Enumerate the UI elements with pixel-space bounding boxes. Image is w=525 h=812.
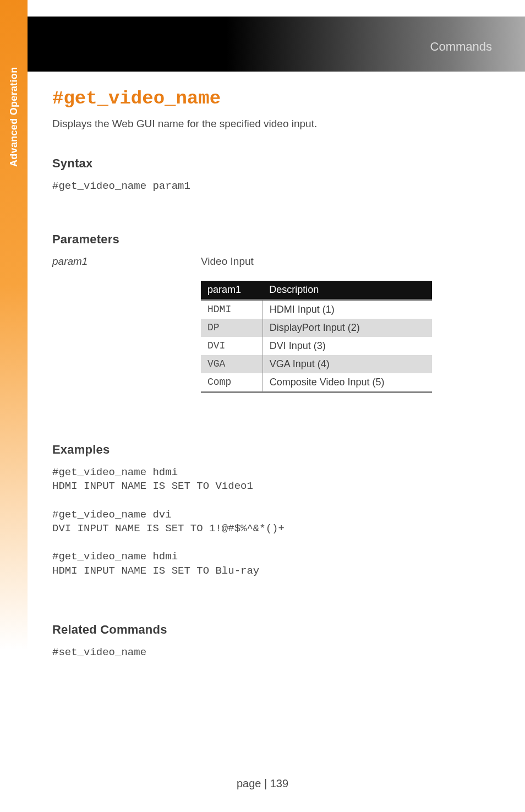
param-code: VGA bbox=[201, 355, 262, 373]
parameters-heading: Parameters bbox=[52, 232, 492, 247]
syntax-code: #get_video_name param1 bbox=[52, 179, 492, 194]
command-title: #get_video_name bbox=[52, 88, 492, 109]
related-heading: Related Commands bbox=[52, 623, 492, 637]
table-row: HDMI HDMI Input (1) bbox=[201, 299, 432, 319]
examples-code: #get_video_name hdmi HDMI INPUT NAME IS … bbox=[52, 466, 492, 579]
param-code: HDMI bbox=[201, 299, 262, 319]
param-row-desc: VGA Input (4) bbox=[262, 355, 432, 373]
related-code: #set_video_name bbox=[52, 646, 492, 660]
table-row: DP DisplayPort Input (2) bbox=[201, 319, 432, 337]
param-row-desc: Composite Video Input (5) bbox=[262, 373, 432, 393]
param-row-desc: DisplayPort Input (2) bbox=[262, 319, 432, 337]
table-row: DVI DVI Input (3) bbox=[201, 337, 432, 355]
param-table-header-col1: param1 bbox=[201, 281, 262, 300]
sidebar-section-label: Advanced Operation bbox=[8, 139, 20, 167]
examples-section: Examples #get_video_name hdmi HDMI INPUT… bbox=[52, 443, 492, 579]
table-row: Comp Composite Video Input (5) bbox=[201, 373, 432, 393]
parameters-table: param1 Description HDMI HDMI Input (1) D… bbox=[201, 281, 432, 393]
param-name: param1 bbox=[52, 255, 201, 393]
param-row-desc: DVI Input (3) bbox=[262, 337, 432, 355]
syntax-heading: Syntax bbox=[52, 156, 492, 171]
related-commands-section: Related Commands #set_video_name bbox=[52, 623, 492, 660]
param-description: Video Input bbox=[201, 255, 492, 268]
page-header: Commands bbox=[28, 17, 525, 72]
table-row: VGA VGA Input (4) bbox=[201, 355, 432, 373]
param-row-desc: HDMI Input (1) bbox=[262, 299, 432, 319]
syntax-section: Syntax #get_video_name param1 bbox=[52, 156, 492, 194]
param-table-header-col2: Description bbox=[262, 281, 432, 300]
param-code: DP bbox=[201, 319, 262, 337]
parameters-section: Parameters param1 Video Input param1 Des… bbox=[52, 232, 492, 393]
command-description: Displays the Web GUI name for the specif… bbox=[52, 118, 492, 130]
param-code: Comp bbox=[201, 373, 262, 393]
param-code: DVI bbox=[201, 337, 262, 355]
page-footer: page | 139 bbox=[0, 777, 525, 790]
main-content: #get_video_name Displays the Web GUI nam… bbox=[52, 88, 492, 660]
breadcrumb: Commands bbox=[430, 40, 492, 54]
examples-heading: Examples bbox=[52, 443, 492, 457]
